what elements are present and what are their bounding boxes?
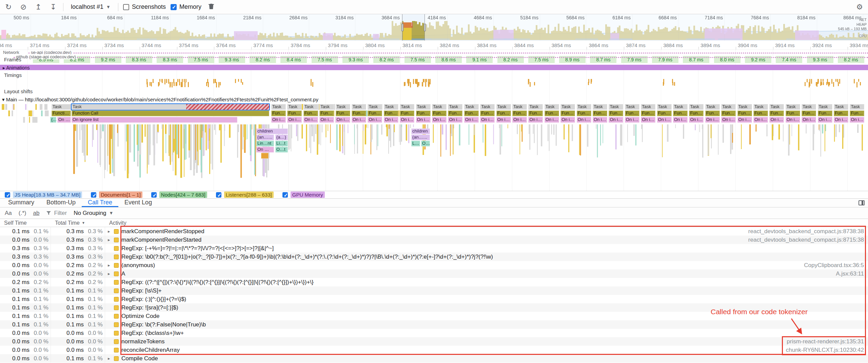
activity-column-header[interactable]: Activity (105, 220, 126, 226)
call-tree-row[interactable]: 0.0 ms0.0 %0.2 ms0.2 %▸AA.jsx:63:11 (0, 269, 868, 278)
timing-marker[interactable] (423, 79, 424, 82)
timing-marker[interactable] (417, 82, 418, 87)
task-bar[interactable]: Task (52, 104, 71, 110)
timing-marker[interactable] (663, 82, 664, 86)
garbage-collect-icon[interactable] (206, 3, 216, 12)
record-reload-icon[interactable]: ↻ (3, 3, 14, 12)
timing-marker[interactable] (161, 79, 162, 82)
task-bar[interactable]: Task (560, 104, 575, 110)
task-bar[interactable]: Task (416, 104, 431, 110)
call-tree-row[interactable]: 0.0 ms0.0 %0.0 ms0.0 %reconcileChildrenA… (0, 346, 868, 354)
ignore-list-bar[interactable]: On ignore list (416, 117, 431, 123)
grouping-select[interactable]: No Grouping ▼ (74, 210, 113, 217)
animations-track-label[interactable]: ▸ Animations (3, 65, 29, 70)
timing-marker[interactable] (811, 79, 812, 84)
activity-source-link[interactable]: chunk-RY6NLCXT.js:10230:42 (786, 347, 868, 354)
timing-marker[interactable] (177, 79, 178, 82)
task-bar[interactable]: Task (609, 104, 623, 110)
task-bar[interactable]: Task (769, 104, 784, 110)
timing-marker[interactable] (184, 82, 185, 87)
timing-marker[interactable] (860, 82, 861, 85)
anonymous-bar[interactable]: (an…us) (256, 135, 274, 140)
anonymous-bar[interactable]: (an…us) (411, 135, 430, 140)
memory-counter-checkbox[interactable]: Documents[1 – 1] (91, 191, 142, 198)
timing-marker[interactable] (588, 82, 589, 85)
timing-marker[interactable] (426, 79, 427, 82)
ignore-list-bar[interactable]: On ignore list (384, 117, 398, 123)
task-bar[interactable]: Task (512, 104, 527, 110)
call-tree-row[interactable]: 0.1 ms0.1 %0.1 ms0.1 %Optimize Code (0, 312, 868, 320)
timing-marker[interactable] (235, 79, 236, 83)
timing-marker[interactable] (418, 82, 419, 86)
ignore-list-bar[interactable]: On ignore list (673, 117, 688, 123)
tab-event-log[interactable]: Event Log (118, 199, 158, 207)
task-bar[interactable]: Task (287, 104, 302, 110)
timings-track-label[interactable]: Timings (4, 72, 22, 78)
function-call-bar[interactable]: Function Call (689, 110, 704, 116)
ignore-list-bar[interactable]: On ignore list (528, 117, 543, 123)
timing-marker[interactable] (238, 79, 239, 82)
function-call-bar[interactable]: Function Call (384, 110, 398, 116)
task-bar[interactable]: Task (480, 104, 495, 110)
ignore-list-bar[interactable]: On ignore list (721, 117, 736, 123)
ignore-list-bar[interactable]: On ignore list (609, 117, 623, 123)
ignore-list-bar[interactable]: On ignore list (577, 117, 591, 123)
function-call-bar[interactable]: Function Call (577, 110, 591, 116)
timing-marker[interactable] (151, 82, 152, 86)
function-call-bar[interactable]: Function Call (673, 110, 688, 116)
call-tree-row[interactable]: 0.2 ms0.2 %0.2 ms0.2 %RegExp: ((?:^|[^{]… (0, 278, 868, 286)
settings-gear-icon[interactable]: ⚙ (854, 3, 865, 12)
screenshots-checkbox[interactable]: Screenshots (123, 3, 166, 11)
function-call-bar[interactable]: Function Call (416, 110, 431, 116)
self-time-column-header[interactable]: Self Time (0, 220, 51, 226)
call-tree-row[interactable]: 0.0 ms0.0 %0.2 ms0.2 %▸(anonymous)CopyCl… (0, 261, 868, 269)
timing-marker[interactable] (838, 82, 839, 86)
tab-call-tree[interactable]: Call Tree (82, 199, 118, 207)
ignore-list-bar[interactable]: On ignore list (271, 117, 286, 123)
function-call-bar[interactable]: Function Call (769, 110, 784, 116)
ignore-list-bar[interactable]: On ignore list (737, 117, 752, 123)
activity-source-link[interactable]: prism-react-renderer.js:135:31 (787, 338, 868, 345)
main-thread-track-header[interactable]: ▾ Main — http://localhost:3000/github/co… (2, 97, 318, 103)
ignore-list-bar[interactable]: On ignore list (303, 117, 318, 123)
timing-marker[interactable] (147, 82, 148, 87)
flame-bar[interactable]: {… (50, 117, 56, 123)
function-call-bar[interactable]: Function Call (850, 110, 864, 116)
task-bar[interactable]: Task (271, 104, 286, 110)
task-bar[interactable]: Task (641, 104, 655, 110)
frames-track-label[interactable]: Frames (4, 57, 21, 62)
ignore-list-bar[interactable]: On ignore list (400, 117, 414, 123)
anonymous-bar[interactable]: (a…) (275, 135, 288, 140)
expand-arrow-icon[interactable]: ▸ (108, 271, 114, 276)
activity-source-link[interactable]: A.jsx:63:11 (836, 270, 868, 277)
call-tree-row[interactable]: 0.3 ms0.3 %0.3 ms0.3 %RegExp: \b0(?:b(?:… (0, 253, 868, 261)
expand-arrow-icon[interactable]: ▸ (108, 263, 114, 268)
timing-marker[interactable] (805, 82, 806, 86)
flame-bar[interactable]: O…t (421, 141, 430, 146)
task-bar[interactable]: Task (657, 104, 672, 110)
flame-bar[interactable]: O…t (275, 147, 288, 153)
timing-marker[interactable] (807, 79, 808, 82)
ignore-list-bar[interactable]: On ignore list (625, 117, 639, 123)
ignore-list-bar[interactable]: On ignore list (512, 117, 527, 123)
ignore-list-bar[interactable]: On ignore list (834, 117, 848, 123)
timing-marker[interactable] (837, 79, 838, 82)
ignore-list-bar[interactable]: On ignore list (689, 117, 704, 123)
ignore-list-bar[interactable]: On ignore list (72, 117, 237, 123)
memory-checkbox[interactable]: Memory (171, 3, 201, 11)
timing-marker[interactable] (839, 79, 840, 84)
function-call-bar[interactable]: Function Call (496, 110, 511, 116)
match-whole-word-button[interactable]: ab (33, 210, 39, 217)
function-call-bar[interactable]: Function Call (336, 110, 350, 116)
flame-chart-detail[interactable] (0, 103, 868, 191)
timing-marker[interactable] (220, 82, 221, 85)
layout-shifts-track-label[interactable]: Layout shifts (4, 88, 33, 94)
timing-marker[interactable] (176, 82, 177, 86)
timing-marker[interactable] (166, 79, 167, 83)
network-request-bar[interactable] (28, 53, 868, 54)
function-call-bar[interactable]: Function Call (593, 110, 607, 116)
ignore-list-bar[interactable]: On ignore list (593, 117, 607, 123)
function-call-bar[interactable]: Function Call (528, 110, 543, 116)
call-tree-row[interactable]: 0.1 ms0.1 %0.1 ms0.1 %RegExp: (:)[^:(){}… (0, 295, 868, 303)
timing-marker[interactable] (429, 79, 430, 82)
